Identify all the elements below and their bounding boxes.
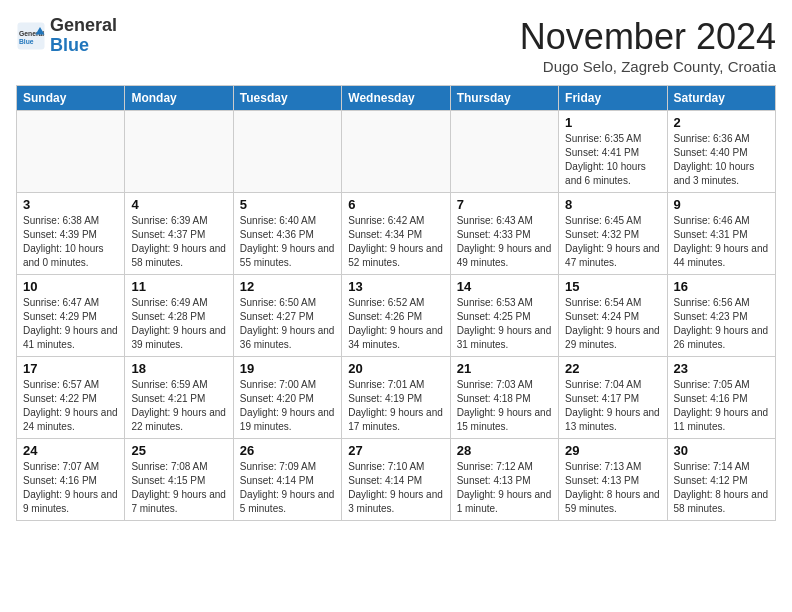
calendar-cell: 22Sunrise: 7:04 AM Sunset: 4:17 PM Dayli… [559, 357, 667, 439]
title-block: November 2024 Dugo Selo, Zagreb County, … [520, 16, 776, 75]
day-info: Sunrise: 7:00 AM Sunset: 4:20 PM Dayligh… [240, 378, 335, 434]
calendar-cell: 10Sunrise: 6:47 AM Sunset: 4:29 PM Dayli… [17, 275, 125, 357]
svg-text:Blue: Blue [19, 37, 34, 44]
week-row-4: 17Sunrise: 6:57 AM Sunset: 4:22 PM Dayli… [17, 357, 776, 439]
calendar-cell: 16Sunrise: 6:56 AM Sunset: 4:23 PM Dayli… [667, 275, 775, 357]
day-info: Sunrise: 6:52 AM Sunset: 4:26 PM Dayligh… [348, 296, 443, 352]
day-info: Sunrise: 6:53 AM Sunset: 4:25 PM Dayligh… [457, 296, 552, 352]
month-title: November 2024 [520, 16, 776, 58]
day-info: Sunrise: 6:49 AM Sunset: 4:28 PM Dayligh… [131, 296, 226, 352]
calendar-cell [233, 111, 341, 193]
calendar-cell: 29Sunrise: 7:13 AM Sunset: 4:13 PM Dayli… [559, 439, 667, 521]
weekday-header-monday: Monday [125, 86, 233, 111]
day-number: 3 [23, 197, 118, 212]
day-number: 21 [457, 361, 552, 376]
day-info: Sunrise: 6:59 AM Sunset: 4:21 PM Dayligh… [131, 378, 226, 434]
calendar-cell: 27Sunrise: 7:10 AM Sunset: 4:14 PM Dayli… [342, 439, 450, 521]
day-number: 4 [131, 197, 226, 212]
calendar-cell: 25Sunrise: 7:08 AM Sunset: 4:15 PM Dayli… [125, 439, 233, 521]
calendar-cell: 20Sunrise: 7:01 AM Sunset: 4:19 PM Dayli… [342, 357, 450, 439]
day-info: Sunrise: 7:14 AM Sunset: 4:12 PM Dayligh… [674, 460, 769, 516]
calendar-cell: 18Sunrise: 6:59 AM Sunset: 4:21 PM Dayli… [125, 357, 233, 439]
day-number: 8 [565, 197, 660, 212]
weekday-header-thursday: Thursday [450, 86, 558, 111]
day-info: Sunrise: 7:04 AM Sunset: 4:17 PM Dayligh… [565, 378, 660, 434]
page-header: General Blue General Blue November 2024 … [16, 16, 776, 75]
week-row-5: 24Sunrise: 7:07 AM Sunset: 4:16 PM Dayli… [17, 439, 776, 521]
day-number: 28 [457, 443, 552, 458]
logo-blue-text: Blue [50, 35, 89, 55]
calendar-cell: 5Sunrise: 6:40 AM Sunset: 4:36 PM Daylig… [233, 193, 341, 275]
day-info: Sunrise: 7:10 AM Sunset: 4:14 PM Dayligh… [348, 460, 443, 516]
week-row-1: 1Sunrise: 6:35 AM Sunset: 4:41 PM Daylig… [17, 111, 776, 193]
calendar-cell: 7Sunrise: 6:43 AM Sunset: 4:33 PM Daylig… [450, 193, 558, 275]
calendar-cell: 17Sunrise: 6:57 AM Sunset: 4:22 PM Dayli… [17, 357, 125, 439]
calendar-cell: 3Sunrise: 6:38 AM Sunset: 4:39 PM Daylig… [17, 193, 125, 275]
week-row-2: 3Sunrise: 6:38 AM Sunset: 4:39 PM Daylig… [17, 193, 776, 275]
weekday-header-sunday: Sunday [17, 86, 125, 111]
weekday-header-wednesday: Wednesday [342, 86, 450, 111]
calendar-cell: 30Sunrise: 7:14 AM Sunset: 4:12 PM Dayli… [667, 439, 775, 521]
day-info: Sunrise: 6:38 AM Sunset: 4:39 PM Dayligh… [23, 214, 118, 270]
day-number: 2 [674, 115, 769, 130]
calendar-cell: 12Sunrise: 6:50 AM Sunset: 4:27 PM Dayli… [233, 275, 341, 357]
calendar-cell: 13Sunrise: 6:52 AM Sunset: 4:26 PM Dayli… [342, 275, 450, 357]
day-number: 6 [348, 197, 443, 212]
day-number: 20 [348, 361, 443, 376]
calendar-table: SundayMondayTuesdayWednesdayThursdayFrid… [16, 85, 776, 521]
calendar-cell: 6Sunrise: 6:42 AM Sunset: 4:34 PM Daylig… [342, 193, 450, 275]
weekday-header-friday: Friday [559, 86, 667, 111]
calendar-cell [342, 111, 450, 193]
calendar-cell: 23Sunrise: 7:05 AM Sunset: 4:16 PM Dayli… [667, 357, 775, 439]
calendar-cell [450, 111, 558, 193]
day-number: 30 [674, 443, 769, 458]
day-number: 26 [240, 443, 335, 458]
day-info: Sunrise: 6:42 AM Sunset: 4:34 PM Dayligh… [348, 214, 443, 270]
weekday-header-tuesday: Tuesday [233, 86, 341, 111]
day-number: 15 [565, 279, 660, 294]
day-number: 23 [674, 361, 769, 376]
day-info: Sunrise: 6:40 AM Sunset: 4:36 PM Dayligh… [240, 214, 335, 270]
day-number: 13 [348, 279, 443, 294]
calendar-cell: 14Sunrise: 6:53 AM Sunset: 4:25 PM Dayli… [450, 275, 558, 357]
day-number: 17 [23, 361, 118, 376]
day-info: Sunrise: 6:43 AM Sunset: 4:33 PM Dayligh… [457, 214, 552, 270]
day-info: Sunrise: 6:47 AM Sunset: 4:29 PM Dayligh… [23, 296, 118, 352]
day-info: Sunrise: 6:35 AM Sunset: 4:41 PM Dayligh… [565, 132, 660, 188]
calendar-cell: 8Sunrise: 6:45 AM Sunset: 4:32 PM Daylig… [559, 193, 667, 275]
weekday-header-saturday: Saturday [667, 86, 775, 111]
weekday-header-row: SundayMondayTuesdayWednesdayThursdayFrid… [17, 86, 776, 111]
calendar-cell: 11Sunrise: 6:49 AM Sunset: 4:28 PM Dayli… [125, 275, 233, 357]
calendar-cell: 19Sunrise: 7:00 AM Sunset: 4:20 PM Dayli… [233, 357, 341, 439]
day-number: 29 [565, 443, 660, 458]
day-info: Sunrise: 7:13 AM Sunset: 4:13 PM Dayligh… [565, 460, 660, 516]
day-number: 9 [674, 197, 769, 212]
calendar-cell [125, 111, 233, 193]
day-number: 19 [240, 361, 335, 376]
day-number: 14 [457, 279, 552, 294]
calendar-cell [17, 111, 125, 193]
day-info: Sunrise: 6:39 AM Sunset: 4:37 PM Dayligh… [131, 214, 226, 270]
calendar-cell: 15Sunrise: 6:54 AM Sunset: 4:24 PM Dayli… [559, 275, 667, 357]
day-info: Sunrise: 6:50 AM Sunset: 4:27 PM Dayligh… [240, 296, 335, 352]
day-number: 24 [23, 443, 118, 458]
day-info: Sunrise: 7:07 AM Sunset: 4:16 PM Dayligh… [23, 460, 118, 516]
day-number: 11 [131, 279, 226, 294]
day-info: Sunrise: 6:56 AM Sunset: 4:23 PM Dayligh… [674, 296, 769, 352]
day-number: 5 [240, 197, 335, 212]
day-info: Sunrise: 7:09 AM Sunset: 4:14 PM Dayligh… [240, 460, 335, 516]
day-number: 25 [131, 443, 226, 458]
day-info: Sunrise: 6:36 AM Sunset: 4:40 PM Dayligh… [674, 132, 769, 188]
day-info: Sunrise: 7:12 AM Sunset: 4:13 PM Dayligh… [457, 460, 552, 516]
day-info: Sunrise: 6:46 AM Sunset: 4:31 PM Dayligh… [674, 214, 769, 270]
calendar-cell: 21Sunrise: 7:03 AM Sunset: 4:18 PM Dayli… [450, 357, 558, 439]
day-number: 1 [565, 115, 660, 130]
day-number: 12 [240, 279, 335, 294]
calendar-cell: 28Sunrise: 7:12 AM Sunset: 4:13 PM Dayli… [450, 439, 558, 521]
day-info: Sunrise: 7:05 AM Sunset: 4:16 PM Dayligh… [674, 378, 769, 434]
day-number: 16 [674, 279, 769, 294]
location: Dugo Selo, Zagreb County, Croatia [520, 58, 776, 75]
day-number: 27 [348, 443, 443, 458]
logo: General Blue General Blue [16, 16, 117, 56]
day-info: Sunrise: 7:01 AM Sunset: 4:19 PM Dayligh… [348, 378, 443, 434]
